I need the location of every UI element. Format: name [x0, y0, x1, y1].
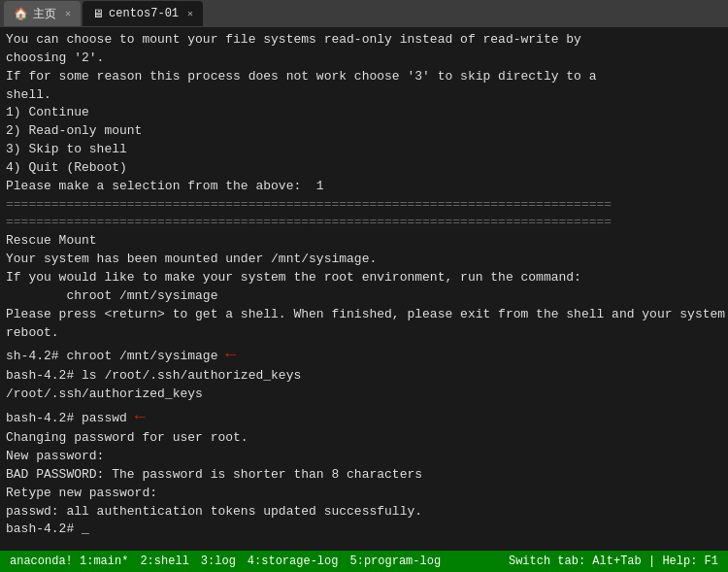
status-item-1[interactable]: 2:shell: [134, 555, 194, 568]
status-item-4[interactable]: 5:program-log: [344, 555, 447, 568]
status-bar: anaconda! 1:main*2:shell3:log4:storage-l…: [0, 551, 728, 572]
terminal-line: You can choose to mount your file system…: [6, 31, 722, 50]
terminal-line: choosing '2'.: [6, 50, 722, 68]
tab-bar: 🏠 主页 ✕ 🖥 centos7-01 ✕: [0, 0, 728, 27]
status-bar-right: Switch tab: Alt+Tab | Help: F1: [509, 555, 724, 568]
terminal-line: Please press <return> to get a shell. Wh…: [6, 306, 722, 324]
terminal-line: shell.: [6, 86, 722, 105]
terminal-line: sh-4.2# chroot /mnt/sysimage ←: [6, 342, 722, 367]
terminal-line: Changing password for user root.: [6, 429, 722, 448]
terminal-line: If for some reason this process does not…: [6, 68, 722, 86]
status-item-2[interactable]: 3:log: [195, 555, 242, 568]
status-item-0[interactable]: anaconda! 1:main*: [4, 555, 134, 568]
terminal-line: chroot /mnt/sysimage: [6, 287, 722, 306]
terminal-icon: 🖥: [92, 7, 104, 21]
tab-terminal-label: centos7-01: [109, 7, 179, 20]
terminal-line: reboot.: [6, 324, 722, 343]
terminal-line: Your system has been mounted under /mnt/…: [6, 251, 722, 269]
terminal-line: 2) Read-only mount: [6, 122, 722, 141]
status-item-3[interactable]: 4:storage-log: [242, 555, 345, 568]
terminal-line: ========================================…: [6, 214, 722, 232]
terminal-line: ========================================…: [6, 196, 722, 215]
terminal-line: bash-4.2# _: [6, 521, 722, 539]
terminal-line: Rescue Mount: [6, 232, 722, 251]
terminal-line: 3) Skip to shell: [6, 141, 722, 159]
status-bar-left: anaconda! 1:main*2:shell3:log4:storage-l…: [4, 555, 447, 568]
tab-home[interactable]: 🏠 主页 ✕: [4, 1, 81, 26]
tab-home-close[interactable]: ✕: [65, 8, 71, 19]
tab-home-label: 主页: [33, 6, 56, 22]
terminal-line: bash-4.2# passwd ←: [6, 404, 722, 429]
home-icon: 🏠: [14, 7, 28, 21]
terminal-line: passwd: all authentication tokens update…: [6, 503, 722, 522]
terminal-line: 4) Quit (Reboot): [6, 159, 722, 178]
terminal-line: /root/.ssh/authorized_keys: [6, 386, 722, 404]
tab-terminal-close[interactable]: ✕: [187, 8, 193, 19]
terminal-line: Retype new password:: [6, 485, 722, 503]
terminal-line: If you would like to make your system th…: [6, 269, 722, 287]
terminal-line: bash-4.2# ls /root/.ssh/authorized_keys: [6, 367, 722, 386]
terminal-output: You can choose to mount your file system…: [0, 27, 728, 551]
terminal-line: BAD PASSWORD: The password is shorter th…: [6, 466, 722, 485]
terminal-line: Please make a selection from the above: …: [6, 178, 722, 196]
tab-terminal[interactable]: 🖥 centos7-01 ✕: [83, 1, 203, 26]
terminal-line: New password:: [6, 448, 722, 466]
terminal-line: 1) Continue: [6, 104, 722, 122]
